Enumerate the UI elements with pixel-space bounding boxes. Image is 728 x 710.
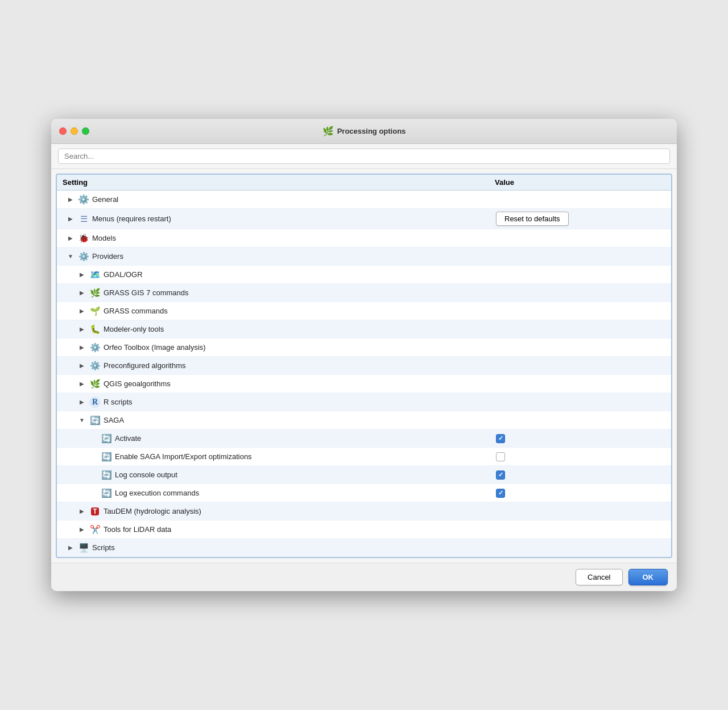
expander-open[interactable] <box>77 416 86 425</box>
expander-closed[interactable] <box>77 379 86 389</box>
ok-button[interactable]: OK <box>628 569 668 585</box>
row-label: Modeler-only tools <box>104 325 164 333</box>
cancel-button[interactable]: Cancel <box>576 569 622 585</box>
maximize-button[interactable] <box>82 127 89 135</box>
row-icon: 🔄 <box>101 451 112 463</box>
row-label: General <box>92 195 118 204</box>
checkbox-checked[interactable] <box>496 489 505 498</box>
row-content: 🌿 GRASS GIS 7 commands <box>61 287 496 299</box>
table-header: Setting Value <box>57 175 671 191</box>
expander-closed[interactable] <box>66 543 75 552</box>
tree-row[interactable]: 🔄 Log execution commands <box>57 484 671 502</box>
row-label: SAGA <box>104 416 124 424</box>
tree-row[interactable]: ✂️ Tools for LiDAR data <box>57 521 671 539</box>
tree-row[interactable]: 🔄 Activate <box>57 430 671 448</box>
row-icon: 🔄 <box>101 433 112 444</box>
row-content: R R scripts <box>61 397 496 408</box>
row-label: R scripts <box>104 398 133 406</box>
window-title: 🌿 Processing options <box>322 126 406 137</box>
row-value <box>496 489 667 498</box>
tree-row[interactable]: 🐛 Modeler-only tools <box>57 320 671 339</box>
row-value <box>496 452 667 461</box>
tree-row[interactable]: 🌱 GRASS commands <box>57 302 671 320</box>
expander-closed[interactable] <box>66 214 75 224</box>
checkbox-unchecked[interactable] <box>496 452 505 461</box>
row-content: 🔄 Log execution commands <box>61 488 496 499</box>
row-label: Log execution commands <box>115 489 199 497</box>
expander-closed[interactable] <box>77 325 86 334</box>
tree-panel: Setting Value ⚙️ General ☰ Menus (requir… <box>56 174 672 558</box>
tree-row[interactable]: ☰ Menus (requires restart) Reset to defa… <box>57 209 671 229</box>
row-label: Preconfigured algorithms <box>104 361 186 370</box>
search-input[interactable] <box>58 148 670 164</box>
expander-closed[interactable] <box>66 234 75 243</box>
tree-row[interactable]: 🐞 Models <box>57 229 671 247</box>
row-icon: ✂️ <box>89 524 101 535</box>
row-content: ⚙️ Orfeo Toolbox (Image analysis) <box>61 342 496 353</box>
row-icon: 🌱 <box>89 306 101 317</box>
checkbox-checked[interactable] <box>496 434 505 443</box>
traffic-lights <box>59 127 89 135</box>
tree-row[interactable]: 🌿 GRASS GIS 7 commands <box>57 284 671 302</box>
expander-closed[interactable] <box>77 343 86 352</box>
row-content: 🗺️ GDAL/OGR <box>61 269 496 280</box>
row-content: 🐛 Modeler-only tools <box>61 324 496 335</box>
row-icon: R <box>89 397 101 408</box>
row-icon: ⚙️ <box>78 194 89 205</box>
row-icon: 🖥️ <box>78 542 89 554</box>
checkbox-checked[interactable] <box>496 470 505 480</box>
expander-closed[interactable] <box>66 195 75 204</box>
row-content: ⚙️ Providers <box>61 251 496 262</box>
expander-closed[interactable] <box>77 288 86 298</box>
row-icon: 🐛 <box>89 324 101 335</box>
row-label: GRASS commands <box>104 307 168 315</box>
expander-open[interactable] <box>66 252 75 261</box>
row-label: Log console output <box>115 470 177 479</box>
title-icon: 🌿 <box>322 126 334 137</box>
tree-row[interactable]: ⚙️ General <box>57 191 671 209</box>
expander-closed[interactable] <box>77 398 86 407</box>
tree-row[interactable]: ⚙️ Orfeo Toolbox (Image analysis) <box>57 339 671 357</box>
minimize-button[interactable] <box>71 127 78 135</box>
footer: Cancel OK <box>51 563 677 591</box>
row-value <box>496 434 667 443</box>
tree-row[interactable]: R R scripts <box>57 393 671 411</box>
tree-row[interactable]: 🗺️ GDAL/OGR <box>57 266 671 284</box>
row-icon: 🗺️ <box>89 269 101 280</box>
row-content: 🔄 Enable SAGA Import/Export optimization… <box>61 451 496 463</box>
row-icon: 🐞 <box>78 233 89 244</box>
row-content: 🔄 Log console output <box>61 469 496 481</box>
processing-options-window: 🌿 Processing options Setting Value ⚙️ Ge… <box>51 119 677 591</box>
tree-row[interactable]: 🌿 QGIS geoalgorithms <box>57 375 671 393</box>
row-icon: 🔄 <box>101 469 112 481</box>
tree-body: ⚙️ General ☰ Menus (requires restart) Re… <box>57 191 671 557</box>
row-label: Menus (requires restart) <box>92 214 171 223</box>
row-icon: ⚙️ <box>89 360 101 371</box>
row-label: Enable SAGA Import/Export optimizations <box>115 452 252 461</box>
tree-row[interactable]: 🔄 Enable SAGA Import/Export optimization… <box>57 448 671 466</box>
row-icon: 🔄 <box>101 488 112 499</box>
reset-defaults-button[interactable]: Reset to defaults <box>496 212 569 226</box>
row-label: Models <box>92 234 116 242</box>
expander-closed[interactable] <box>77 507 86 516</box>
close-button[interactable] <box>59 127 67 135</box>
row-content: ⚙️ Preconfigured algorithms <box>61 360 496 371</box>
row-content: T TauDEM (hydrologic analysis) <box>61 506 496 517</box>
row-content: ✂️ Tools for LiDAR data <box>61 524 496 535</box>
expander-closed[interactable] <box>77 525 86 534</box>
row-content: ☰ Menus (requires restart) <box>61 213 496 225</box>
col-setting-header: Setting <box>63 178 495 187</box>
tree-row[interactable]: 🔄 Log console output <box>57 466 671 484</box>
expander-closed[interactable] <box>77 307 86 316</box>
tree-row[interactable]: 🔄 SAGA <box>57 411 671 430</box>
row-label: Activate <box>115 434 141 443</box>
row-content: ⚙️ General <box>61 194 496 205</box>
expander-closed[interactable] <box>77 361 86 370</box>
tree-row[interactable]: T TauDEM (hydrologic analysis) <box>57 502 671 521</box>
row-content: 🔄 SAGA <box>61 415 496 426</box>
tree-row[interactable]: ⚙️ Providers <box>57 247 671 266</box>
titlebar: 🌿 Processing options <box>51 119 677 144</box>
tree-row[interactable]: ⚙️ Preconfigured algorithms <box>57 357 671 375</box>
expander-closed[interactable] <box>77 270 86 279</box>
tree-row[interactable]: 🖥️ Scripts <box>57 539 671 557</box>
